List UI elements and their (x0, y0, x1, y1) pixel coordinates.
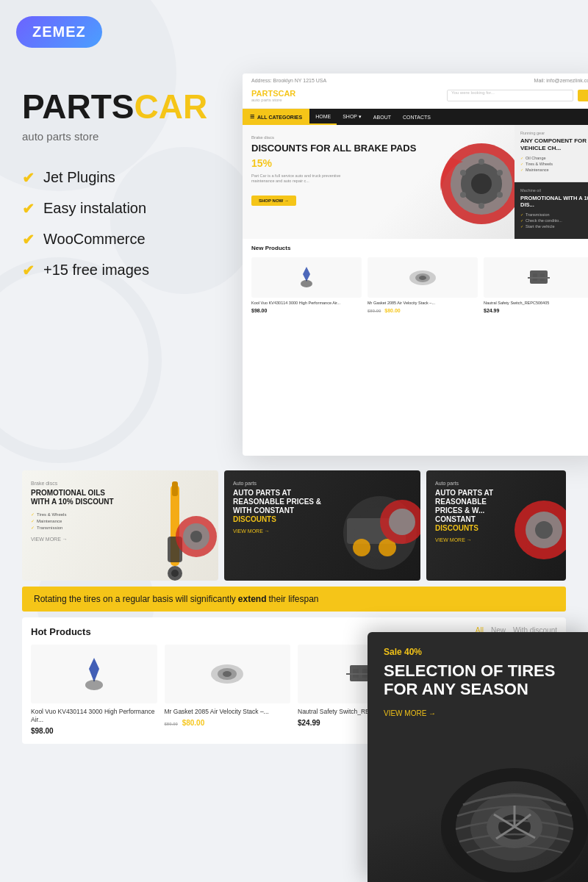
hot-product-2[interactable]: Mr Gasket 2085 Air Velocity Stack –... $… (165, 645, 291, 735)
promo-1-item-2: Maintenance (31, 517, 121, 524)
search-placeholder-text: You were looking for... (451, 90, 495, 95)
promo-cards-row: Brake discs PROMOTIONAL OILS WITH A 10% … (22, 470, 566, 581)
hot-product-1-image (31, 645, 157, 703)
svg-point-25 (190, 531, 202, 542)
promo-3-category: Auto parts (435, 481, 495, 486)
nav-item-home[interactable]: HOME (309, 109, 337, 125)
preview-product-1[interactable]: Kool Vuo KV430114 3000 High Performance … (251, 257, 362, 313)
promo-1-btn[interactable]: VIEW MORE → (31, 537, 121, 542)
promo-card-1-content: Brake discs PROMOTIONAL OILS WITH A 10% … (22, 470, 130, 552)
hero-brake-disc-image (415, 129, 514, 239)
brand-subtitle: auto parts store (22, 130, 235, 143)
check-icon-1: ✔ (22, 169, 35, 187)
hero-side-top: Running gear ANY COMPONENT FOR VEHICLE C… (514, 125, 588, 182)
hot-product-2-price: $89.00 $80.00 (165, 719, 291, 727)
svg-point-8 (460, 192, 466, 198)
promo-card-2-content: Auto parts AUTO PARTS AT REASONABLE PRIC… (224, 470, 332, 544)
zemez-logo[interactable]: ZEMEZ (16, 16, 102, 48)
side-top-item-1: Oil Change (520, 155, 588, 161)
promo-3-title: AUTO PARTS AT REASONABLE PRICES & W... C… (435, 489, 495, 533)
popup-tire-image (426, 720, 588, 882)
promo-1-title: PROMOTIONAL OILS WITH A 10% DISCOUNT (31, 489, 121, 506)
svg-rect-19 (172, 481, 178, 496)
nav-item-contacts[interactable]: CONTACTS (397, 109, 437, 125)
side-bottom-category: Machine oil (520, 188, 588, 193)
promo-3-btn[interactable]: VIEW MORE → (435, 537, 495, 542)
promo-2-category: Auto parts (233, 481, 323, 486)
promo-card-1[interactable]: Brake discs PROMOTIONAL OILS WITH A 10% … (22, 470, 218, 581)
preview-topbar: Address: Brooklyn NY 1215 USA Mail: info… (251, 78, 588, 83)
nav-item-shop[interactable]: SHOP ▾ (337, 109, 368, 125)
check-icon-4: ✔ (22, 262, 35, 279)
svg-point-9 (460, 170, 466, 176)
ticker-bar: Rotating the tires on a regular basis wi… (22, 587, 566, 612)
ticker-text-after: their lifespan (269, 594, 319, 604)
feature-item-4: ✔ +15 free images (22, 262, 235, 279)
feature-label-4: +15 free images (43, 262, 149, 279)
preview-product-2[interactable]: Mr Gasket 2085 Air Velocity Stack –... $… (368, 257, 478, 313)
nav-all-categories[interactable]: ☰ ALL CATEGORIES (243, 109, 309, 125)
feature-label-3: WooCommerce (43, 231, 146, 248)
svg-point-3 (471, 173, 492, 194)
side-top-category: Running gear (520, 131, 588, 135)
feature-item-2: ✔ Easy instalation (22, 200, 235, 218)
topbar-mail: Mail: info@zemezlink.com (534, 78, 588, 83)
svg-point-29 (353, 539, 370, 556)
hot-product-1-price: $98.00 (31, 727, 157, 735)
popup-content: Sale 40% SELECTION OF TIRES FOR ANY SEAS… (368, 632, 588, 732)
check-icon-3: ✔ (22, 231, 35, 248)
promo-2-btn[interactable]: VIEW MORE → (233, 528, 323, 534)
product-2-price: $89.00 $80.00 (368, 308, 478, 313)
side-bottom-item-1: Transmission (520, 212, 588, 218)
preview-search-button[interactable] (578, 90, 588, 101)
logo-text: ZEMEZ (32, 24, 86, 40)
svg-point-36 (85, 680, 103, 690)
product-2-old-price: $89.00 (368, 309, 381, 313)
preview-logo-black: PARTS (251, 89, 278, 98)
preview-hero: Brake discs DISCOUNTS FOR ALL BRAKE PADS… (243, 125, 588, 239)
product-3-name: Nautral Safety Switch_REPC506405 (484, 301, 588, 306)
popup-sale-label: Sale 40% (384, 647, 572, 657)
hot-product-1[interactable]: Kool Vuo KV430114 3000 High Performance … (31, 645, 157, 735)
svg-point-5 (497, 170, 503, 176)
preview-products: New Products Kool Vuo KV430114 3000 High… (243, 239, 588, 319)
product-2-new-price: $80.00 (384, 308, 400, 313)
product-2-name: Mr Gasket 2085 Air Velocity Stack –... (368, 301, 478, 306)
product-3-price: $24.99 (484, 308, 588, 313)
popup-btn[interactable]: VIEW MORE → (384, 709, 572, 717)
promo-2-title: AUTO PARTS AT REASONABLE PRICES & WITH C… (233, 489, 323, 524)
website-preview: Address: Brooklyn NY 1215 USA Mail: info… (243, 74, 588, 456)
promo-1-item-3: Transmission (31, 524, 121, 531)
promo-1-list: Tires & Wheels Maintenance Transmission (31, 511, 121, 531)
feature-list: ✔ Jet Plugins ✔ Easy instalation ✔ WooCo… (22, 169, 235, 279)
promo-card-3-content: Auto parts AUTO PARTS AT REASONABLE PRIC… (426, 470, 503, 553)
nav-item-about[interactable]: ABOUT (368, 109, 397, 125)
left-panel: PARTSCAR auto parts store ✔ Jet Plugins … (22, 88, 235, 293)
preview-header: Address: Brooklyn NY 1215 USA Mail: info… (243, 74, 588, 109)
hero-btn[interactable]: SHOP NOW → (251, 196, 296, 206)
svg-point-4 (478, 159, 484, 165)
brand-name-black: PARTS (22, 87, 135, 126)
promo-card-2[interactable]: Auto parts AUTO PARTS AT REASONABLE PRIC… (224, 470, 420, 581)
promo-card-3[interactable]: Auto parts AUTO PARTS AT REASONABLE PRIC… (426, 470, 566, 581)
hot-product-1-name: Kool Vuo KV430114 3000 High Performance … (31, 708, 157, 724)
feature-item-3: ✔ WooCommerce (22, 231, 235, 248)
hot-product-2-new-price: $80.00 (182, 719, 205, 727)
preview-search-input[interactable]: You were looking for... (447, 90, 573, 101)
preview-product-3[interactable]: Nautral Safety Switch_REPC506405 $24.99 (484, 257, 588, 313)
brand-name-yellow: CAR (135, 87, 208, 126)
hot-products-title: Hot Products (31, 626, 91, 637)
hot-product-2-image (165, 645, 291, 703)
side-top-title: ANY COMPONENT FOR VEHICLE CH... (520, 137, 588, 151)
popup-overlay[interactable]: Sale 40% SELECTION OF TIRES FOR ANY SEAS… (368, 632, 588, 882)
product-1-name: Kool Vuo KV430114 3000 High Performance … (251, 301, 362, 306)
product-1-price: $98.00 (251, 308, 362, 313)
svg-point-13 (419, 276, 426, 280)
svg-point-7 (478, 203, 484, 209)
product-2-image (368, 257, 478, 298)
preview-product-grid: Kool Vuo KV430114 3000 High Performance … (251, 257, 588, 313)
svg-point-35 (535, 521, 553, 539)
hero-desc: Part Car is a full service auto and truc… (251, 173, 347, 184)
side-bottom-title: PROMOTIONAL WITH A 10% DIS... (520, 195, 588, 208)
svg-point-32 (389, 509, 415, 535)
